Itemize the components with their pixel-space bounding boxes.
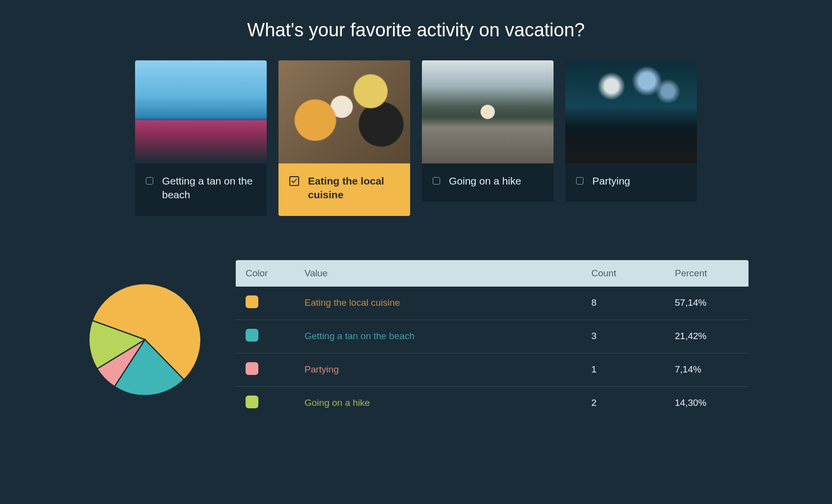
option-caption: Getting a tan on the beach xyxy=(135,163,267,216)
pie-chart xyxy=(86,281,204,398)
option-thumb xyxy=(565,60,697,163)
option-thumb xyxy=(422,60,554,163)
cell-percent: 21,42% xyxy=(665,319,749,353)
option-card[interactable]: Going on a hike xyxy=(422,60,554,202)
cell-count: 1 xyxy=(582,353,665,386)
checkbox-icon[interactable] xyxy=(289,176,299,186)
page-title: What's your favorite activity on vacatio… xyxy=(83,20,749,41)
cell-color xyxy=(236,319,295,353)
table-header-color: Color xyxy=(236,260,295,287)
option-caption: Partying xyxy=(565,163,697,202)
cell-percent: 57,14% xyxy=(665,287,749,320)
option-caption: Going on a hike xyxy=(422,163,554,202)
cell-value: Eating the local cuisine xyxy=(295,287,582,320)
option-thumb xyxy=(135,60,267,163)
checkbox-icon[interactable] xyxy=(576,177,583,185)
table-header-count: Count xyxy=(582,260,665,287)
table-header-value: Value xyxy=(295,260,582,287)
option-cards: Getting a tan on the beachEating the loc… xyxy=(83,60,749,216)
checkbox-icon[interactable] xyxy=(146,177,153,185)
table-row: Eating the local cuisine857,14% xyxy=(236,287,749,320)
cell-count: 2 xyxy=(582,386,665,420)
option-label: Eating the local cuisine xyxy=(308,174,399,202)
checkbox-icon[interactable] xyxy=(433,177,440,185)
option-thumb xyxy=(278,60,410,163)
results-section: Color Value Count Percent Eating the loc… xyxy=(83,260,749,420)
table-row: Partying17,14% xyxy=(236,353,749,386)
pie-chart-container xyxy=(83,281,206,398)
color-swatch xyxy=(246,295,258,308)
cell-value: Going on a hike xyxy=(295,386,582,420)
cell-color xyxy=(236,386,295,420)
cell-color xyxy=(236,353,295,386)
color-swatch xyxy=(246,362,258,375)
option-label: Going on a hike xyxy=(449,174,521,188)
cell-value: Partying xyxy=(295,353,582,386)
cell-percent: 7,14% xyxy=(665,353,749,386)
cell-percent: 14,30% xyxy=(665,386,749,420)
results-table: Color Value Count Percent Eating the loc… xyxy=(236,260,749,420)
cell-color xyxy=(236,287,295,320)
option-card[interactable]: Getting a tan on the beach xyxy=(135,60,267,216)
table-row: Getting a tan on the beach321,42% xyxy=(236,319,749,353)
cell-value: Getting a tan on the beach xyxy=(295,319,582,353)
option-card[interactable]: Eating the local cuisine xyxy=(278,60,410,216)
table-row: Going on a hike214,30% xyxy=(236,386,749,420)
color-swatch xyxy=(246,396,258,408)
option-label: Getting a tan on the beach xyxy=(162,174,256,202)
color-swatch xyxy=(246,329,258,342)
table-header-percent: Percent xyxy=(665,260,749,287)
cell-count: 8 xyxy=(582,287,665,320)
cell-count: 3 xyxy=(582,319,665,353)
results-table-body: Eating the local cuisine857,14%Getting a… xyxy=(236,287,749,420)
option-card[interactable]: Partying xyxy=(565,60,697,202)
option-caption: Eating the local cuisine xyxy=(278,163,410,216)
option-label: Partying xyxy=(592,174,630,188)
